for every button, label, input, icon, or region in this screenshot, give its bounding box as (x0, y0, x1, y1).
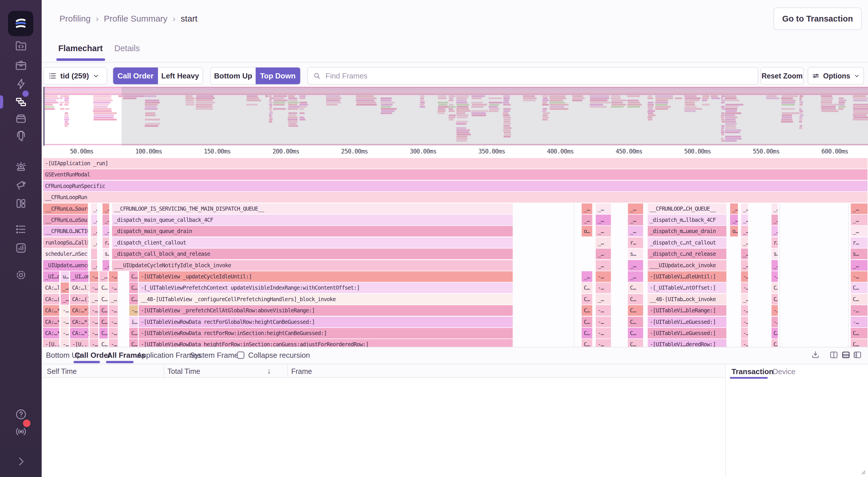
flame-frame[interactable]: _… (741, 248, 748, 260)
flame-frame[interactable]: s… (772, 248, 778, 260)
flame-frame[interactable]: r… (102, 237, 110, 249)
flame-frame[interactable]: -… (772, 305, 778, 317)
flame-frame[interactable]: _… (596, 237, 612, 249)
flame-frame[interactable]: C… (628, 305, 644, 317)
flame-frame[interactable]: _… (628, 215, 644, 226)
flame-frame[interactable]: CFRunLoopRunSpecific (43, 181, 868, 192)
flame-frame[interactable]: C… (582, 305, 593, 317)
column-header-self-time[interactable]: Self Time (47, 367, 77, 376)
reset-zoom-button[interactable]: Reset Zoom (761, 67, 804, 85)
flame-frame[interactable]: _… (582, 215, 593, 226)
flame-frame[interactable]: -… (90, 271, 99, 283)
flame-frame[interactable]: C… (851, 328, 868, 339)
flame-frame[interactable]: C… (772, 282, 778, 294)
flame-frame[interactable]: -… (741, 339, 748, 347)
flame-frame[interactable]: _dispatch_call_block_and_release (112, 248, 513, 260)
flame-frame[interactable]: C… (99, 317, 108, 328)
flame-frame[interactable]: _… (61, 282, 70, 294)
flame-frame[interactable]: _… (91, 204, 98, 215)
panel-tab-device[interactable]: Device (773, 367, 795, 376)
flame-frame[interactable]: _… (61, 294, 70, 305)
go-to-transaction-button[interactable]: Go to Transaction (774, 7, 862, 30)
flame-frame[interactable]: C… (628, 328, 644, 339)
flame-frame[interactable]: _… (741, 204, 748, 215)
flame-frame[interactable]: -[U..:] (43, 339, 60, 347)
flame-frame[interactable]: _… (730, 204, 739, 215)
flame-frame[interactable]: C… (851, 339, 868, 347)
flame-frame[interactable]: -[UITableVi…eGuessed:] (648, 328, 727, 339)
help-icon[interactable] (14, 408, 28, 421)
lightning-icon[interactable] (14, 77, 28, 91)
flame-frame[interactable]: _dispatch_main_queue_callback_4CF (112, 215, 513, 226)
flame-frame[interactable]: -[U..:] (70, 339, 89, 347)
flame-frame[interactable]: _dispatch_main_queue_drain (112, 226, 513, 237)
flame-frame[interactable]: _… (109, 294, 118, 305)
flame-frame[interactable] (91, 248, 98, 260)
flame-frame[interactable]: r… (851, 237, 868, 249)
flame-frame[interactable]: _… (851, 260, 868, 272)
flame-frame[interactable]: C… (582, 282, 593, 294)
flame-frame[interactable]: -[UITableViewRowData heightForRow:inSect… (139, 339, 513, 347)
flame-frame[interactable]: -[UITableVi…dleUntil:] (648, 271, 727, 283)
flame-frame[interactable]: C… (99, 339, 108, 347)
flame-frame[interactable]: -[UITableViewRowData rectForGlobalRow:he… (139, 317, 513, 328)
list-icon[interactable] (14, 223, 28, 236)
flame-frame[interactable]: o… (582, 226, 593, 237)
flame-frame[interactable]: i… (129, 317, 138, 328)
flame-frame[interactable]: -[UITableVi…eGuessed:] (648, 317, 727, 328)
flame-frame[interactable]: _UIUpdate…uenceRun (43, 260, 89, 272)
flame-frame[interactable]: -… (741, 317, 748, 328)
flame-frame[interactable]: -… (741, 305, 748, 317)
flame-frame[interactable]: C… (129, 328, 138, 339)
flame-frame[interactable]: -… (90, 317, 99, 328)
tab-details[interactable]: Details (114, 44, 140, 53)
flame-frame[interactable]: _… (741, 226, 748, 237)
flame-frame[interactable]: -… (772, 317, 778, 328)
flame-frame[interactable]: C… (582, 317, 593, 328)
flame-frame[interactable]: C… (99, 282, 108, 294)
search-input[interactable] (325, 71, 752, 81)
flame-frame[interactable]: -… (61, 317, 70, 328)
flame-frame[interactable]: -[_UITableV…ntOffset:] (648, 282, 727, 294)
flame-frame[interactable]: _… (851, 204, 868, 215)
flame-frame[interactable]: _… (772, 204, 778, 215)
flame-frame[interactable]: -… (772, 271, 778, 283)
flame-frame[interactable]: _UI…on (70, 271, 89, 283)
flame-frame[interactable]: -… (109, 328, 118, 339)
flame-frame[interactable]: -… (596, 282, 612, 294)
dashboard-icon[interactable] (14, 197, 28, 210)
flame-frame[interactable]: CA:…*) (70, 305, 89, 317)
bottom-up-button[interactable]: Bottom Up (211, 67, 256, 84)
flame-frame[interactable]: -… (61, 339, 70, 347)
flame-frame[interactable]: _… (628, 271, 644, 283)
flame-frame[interactable]: -… (109, 339, 118, 347)
flame-frame[interactable]: C… (582, 339, 593, 347)
breadcrumb-profile-summary[interactable]: Profile Summary (104, 14, 167, 24)
download-icon[interactable] (811, 350, 820, 360)
breadcrumb-profiling[interactable]: Profiling (59, 14, 91, 24)
flame-frame[interactable]: _… (596, 260, 612, 272)
flame-frame[interactable]: _… (596, 226, 612, 237)
layout-columns-icon[interactable] (829, 350, 839, 360)
flame-frame[interactable]: CA:…l) (43, 282, 60, 294)
flame-frame[interactable]: _… (741, 237, 748, 249)
settings-icon[interactable] (14, 268, 28, 281)
flame-frame[interactable]: -… (61, 328, 70, 339)
flame-frame[interactable]: _… (851, 215, 868, 226)
flame-frame[interactable]: s… (102, 248, 110, 260)
flame-frame[interactable]: -… (596, 339, 612, 347)
flame-frame[interactable]: C… (582, 328, 593, 339)
flame-frame[interactable]: CA:…() (70, 294, 89, 305)
flame-frame[interactable]: __CFRunLo…Sources0 (43, 204, 89, 215)
flame-frame[interactable]: -… (741, 282, 748, 294)
flame-frame[interactable]: CA:…*) (43, 328, 60, 339)
layout-sidebar-icon[interactable] (852, 350, 862, 360)
siren-icon[interactable] (14, 160, 28, 174)
flame-frame[interactable]: CA:…*) (43, 317, 60, 328)
flame-frame[interactable]: _… (741, 215, 748, 226)
flame-frame[interactable]: _… (582, 271, 593, 283)
code-folder-icon[interactable] (14, 39, 28, 53)
flame-frame[interactable]: _… (596, 248, 612, 260)
flame-frame[interactable]: s… (851, 248, 868, 260)
flame-frame[interactable]: C… (99, 305, 108, 317)
